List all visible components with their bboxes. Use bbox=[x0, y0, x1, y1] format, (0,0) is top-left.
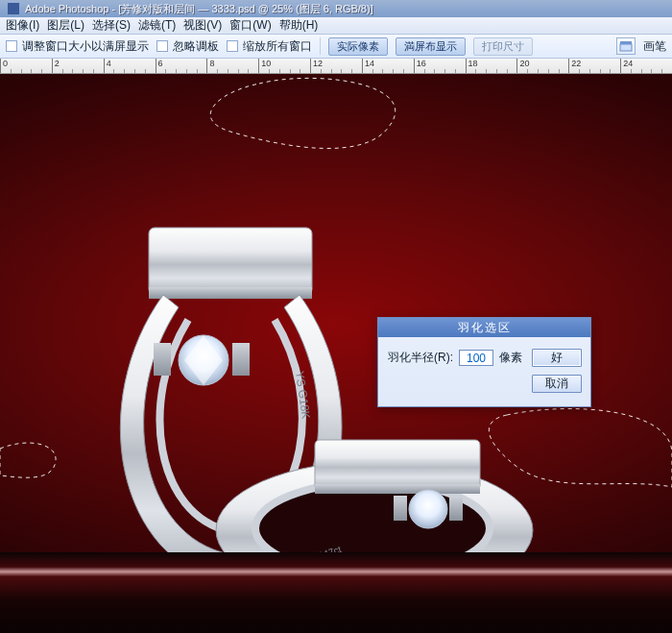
menubar: 图像(I) 图层(L) 选择(S) 滤镜(T) 视图(V) 窗口(W) 帮助(H… bbox=[0, 17, 672, 35]
print-size-button[interactable]: 打印尺寸 bbox=[473, 37, 533, 56]
titlebar: Adobe Photoshop - [芳修对版和层间 — 3333.psd @ … bbox=[0, 0, 672, 17]
checkbox-icon bbox=[227, 40, 238, 52]
fit-on-screen-checkbox[interactable]: 调整窗口大小以满屏显示 bbox=[6, 38, 149, 55]
menu-filter[interactable]: 滤镜(T) bbox=[138, 17, 176, 34]
svg-point-14 bbox=[409, 490, 447, 528]
svg-rect-10 bbox=[315, 440, 480, 490]
menu-select[interactable]: 选择(S) bbox=[92, 17, 131, 34]
ignore-panels-checkbox[interactable]: 忽略调板 bbox=[156, 38, 219, 55]
fit-screen-button[interactable]: 満屏布显示 bbox=[396, 37, 466, 56]
checkbox-icon bbox=[6, 40, 17, 52]
svg-rect-2 bbox=[149, 228, 312, 295]
cancel-button[interactable]: 取消 bbox=[532, 375, 582, 393]
ruler-tick: 4 bbox=[104, 59, 111, 74]
feather-radius-unit: 像素 bbox=[499, 350, 522, 366]
separator bbox=[320, 37, 321, 55]
dialog-title: 羽化选区 bbox=[378, 318, 590, 337]
engraving-big: YS G18K bbox=[293, 370, 313, 419]
zoom-all-windows-checkbox[interactable]: 缩放所有窗口 bbox=[227, 38, 312, 55]
actual-pixels-button[interactable]: 实际像素 bbox=[328, 37, 388, 56]
engraving-small-right: YS G18K bbox=[490, 562, 531, 582]
menu-help[interactable]: 帮助(H) bbox=[279, 17, 319, 34]
svg-rect-1 bbox=[620, 41, 632, 44]
ruler-tick: 6 bbox=[156, 59, 163, 74]
zoom-all-label: 缩放所有窗口 bbox=[243, 38, 312, 55]
menu-image[interactable]: 图像(I) bbox=[6, 17, 39, 34]
svg-rect-4 bbox=[154, 343, 171, 376]
product-rings: YS G18K D0.047ct YS G18K bbox=[58, 199, 538, 621]
options-bar: 调整窗口大小以满屏显示 忽略调板 缩放所有窗口 实际像素 満屏布显示 打印尺寸 … bbox=[0, 35, 672, 59]
app-icon bbox=[8, 3, 19, 14]
svg-rect-13 bbox=[449, 496, 463, 521]
svg-rect-0 bbox=[620, 44, 632, 51]
menu-window[interactable]: 窗口(W) bbox=[229, 17, 271, 34]
titlebar-text: Adobe Photoshop - [芳修对版和层间 — 3333.psd @ … bbox=[25, 2, 373, 16]
svg-rect-12 bbox=[394, 496, 407, 521]
ruler-tick: 2 bbox=[52, 59, 60, 74]
ruler-tick: 0 bbox=[0, 59, 8, 74]
ok-button[interactable]: 好 bbox=[532, 349, 582, 367]
brush-tool-label[interactable]: 画笔 bbox=[643, 38, 666, 55]
menu-layer[interactable]: 图层(L) bbox=[47, 17, 84, 34]
ignore-panels-label: 忽略调板 bbox=[173, 38, 219, 55]
canvas[interactable]: YS G18K D0.047ct YS G18K 羽化选区 羽化半径(R): bbox=[0, 74, 672, 633]
ruler-tick: 8 bbox=[206, 59, 214, 74]
feather-radius-row: 羽化半径(R): 像素 bbox=[388, 350, 522, 366]
feather-dialog[interactable]: 羽化选区 羽化半径(R): 像素 好 取消 bbox=[377, 317, 591, 407]
horizontal-ruler: 02468101214161820222426 bbox=[0, 59, 672, 74]
feather-radius-label: 羽化半径(R): bbox=[388, 350, 453, 366]
svg-rect-3 bbox=[149, 287, 312, 299]
svg-rect-11 bbox=[315, 484, 480, 494]
menu-view[interactable]: 视图(V) bbox=[183, 17, 222, 34]
palette-toggle-icon[interactable] bbox=[616, 37, 636, 55]
right-tools: 画笔 bbox=[616, 37, 666, 55]
svg-rect-5 bbox=[232, 343, 250, 376]
feather-radius-input[interactable] bbox=[459, 350, 493, 366]
fit-on-screen-label: 调整窗口大小以满屏显示 bbox=[22, 38, 149, 55]
checkbox-icon bbox=[156, 40, 168, 52]
